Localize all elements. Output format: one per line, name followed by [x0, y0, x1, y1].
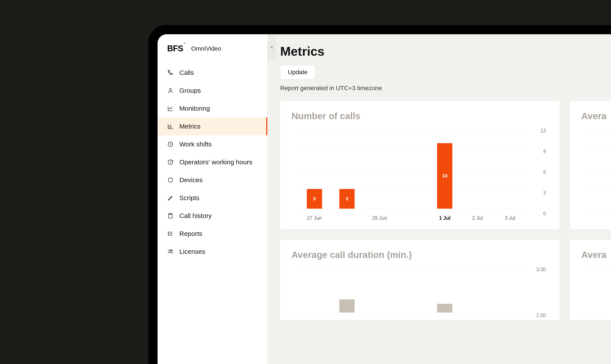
sidebar-item-devices[interactable]: Devices	[157, 171, 267, 189]
phone-icon	[167, 69, 174, 76]
bar[interactable]: 3	[307, 189, 322, 209]
card-average-peek-2: Avera	[570, 240, 611, 320]
sidebar: BFS™ OmniVideo Calls Groups	[157, 34, 268, 364]
brand-app-name: OmniVideo	[191, 45, 221, 52]
sidebar-item-label: Monitoring	[179, 105, 210, 112]
sidebar-item-label: Operators' working hours	[179, 158, 252, 166]
sidebar-item-label: Work shifts	[179, 141, 212, 148]
y-tick: 6	[529, 169, 546, 175]
cards-row-1: Number of calls 12 9 6	[280, 101, 611, 229]
bar-slot	[363, 269, 396, 312]
line-chart-icon	[167, 105, 174, 112]
svg-point-7	[169, 250, 170, 251]
device-frame: BFS™ OmniVideo Calls Groups	[148, 25, 611, 364]
x-label: 2 Jul	[461, 211, 494, 222]
brand-logo: BFS™	[167, 44, 185, 53]
user-icon	[167, 87, 174, 94]
svg-point-5	[168, 234, 169, 234]
card-number-of-calls: Number of calls 12 9 6	[280, 101, 559, 229]
sidebar-item-licenses[interactable]: Licenses	[157, 243, 267, 260]
chart-grid	[588, 130, 611, 209]
page-title: Metrics	[280, 44, 611, 58]
list-icon	[167, 231, 174, 237]
y-tick: 2.00	[529, 312, 546, 318]
brand-block: BFS™ OmniVideo	[157, 34, 267, 60]
bar-slot	[494, 269, 526, 312]
screen: BFS™ OmniVideo Calls Groups	[157, 34, 611, 364]
x-label: 29 Jun	[363, 211, 396, 222]
sidebar-collapse-handle[interactable]: <	[268, 34, 276, 60]
chart-bars	[298, 269, 526, 312]
chart-grid	[588, 269, 611, 312]
card-title: Avera	[581, 111, 611, 121]
y-axis-ticks: 3.00 2.00	[529, 267, 546, 312]
sidebar-item-label: Groups	[179, 87, 201, 94]
device-icon	[167, 177, 174, 183]
sidebar-item-groups[interactable]: Groups	[157, 82, 267, 100]
clock-icon	[167, 141, 174, 147]
sidebar-item-label: Licenses	[179, 248, 205, 255]
sidebar-item-label: Reports	[179, 230, 202, 237]
bar-slot	[461, 269, 494, 312]
bar-chart-peek	[581, 269, 611, 312]
x-label: 3 Jul	[494, 211, 526, 222]
card-title: Number of calls	[292, 111, 548, 121]
y-tick: 3.00	[529, 267, 546, 273]
bar-slot	[396, 269, 428, 312]
main-content: Metrics Update Report generated in UTC+3…	[268, 34, 611, 364]
bar[interactable]: 3	[339, 189, 355, 209]
sidebar-item-calls[interactable]: Calls	[157, 64, 267, 82]
sidebar-item-label: Scripts	[179, 194, 199, 202]
bar-slot: 3	[331, 130, 363, 209]
sidebar-item-label: Metrics	[179, 123, 201, 130]
x-label: 1 Jul	[429, 211, 461, 222]
svg-point-4	[168, 232, 169, 233]
svg-rect-3	[169, 214, 172, 218]
sidebar-item-call-history[interactable]: Call history	[157, 207, 267, 225]
card-title: Avera	[581, 250, 611, 260]
card-title: Average call duration (min.)	[292, 250, 548, 260]
bar-slot	[461, 130, 494, 209]
sidebar-item-metrics[interactable]: Metrics	[157, 117, 267, 135]
cards-row-2: Average call duration (min.) 3.00 2.00	[280, 240, 611, 320]
bar-chart-calls: 12 9 6 3 0 3 3 10	[292, 130, 548, 222]
users-icon	[167, 248, 174, 255]
bar-chart-icon	[167, 123, 174, 130]
sidebar-item-operators-hours[interactable]: Operators' working hours	[157, 153, 267, 171]
sidebar-nav: Calls Groups Monitoring	[157, 60, 267, 260]
update-button[interactable]: Update	[280, 65, 315, 79]
sidebar-item-label: Devices	[179, 176, 203, 184]
bar-slot	[396, 130, 428, 209]
file-icon	[167, 213, 174, 219]
sidebar-item-label: Call history	[179, 212, 212, 220]
sidebar-item-reports[interactable]: Reports	[157, 225, 267, 243]
sidebar-item-scripts[interactable]: Scripts	[157, 189, 267, 207]
chart-bars: 3 3 10	[298, 130, 526, 209]
sidebar-item-monitoring[interactable]: Monitoring	[157, 100, 267, 117]
bar[interactable]: 10	[437, 143, 452, 209]
clock-arrow-icon	[167, 159, 174, 165]
bar[interactable]	[437, 304, 452, 312]
pen-icon	[167, 195, 174, 201]
chevron-left-icon: <	[271, 44, 273, 50]
y-tick: 12	[529, 128, 546, 134]
sidebar-item-label: Calls	[179, 69, 194, 76]
svg-point-0	[169, 89, 171, 91]
bar-slot: 3	[298, 130, 331, 209]
bar-slot	[494, 130, 526, 209]
bar-slot	[298, 269, 331, 312]
bar-slot	[363, 130, 396, 209]
svg-point-6	[168, 235, 169, 236]
bar-slot: 10	[429, 130, 461, 209]
bar[interactable]	[339, 299, 355, 312]
bar-slot	[331, 269, 363, 312]
sidebar-item-work-shifts[interactable]: Work shifts	[157, 135, 267, 153]
y-tick: 9	[529, 149, 546, 155]
svg-point-8	[171, 250, 172, 251]
bar-chart-duration: 3.00 2.00	[292, 269, 548, 312]
x-label: 27 Jun	[298, 211, 331, 222]
card-average-peek-1: Avera	[570, 101, 611, 229]
bar-chart-peek	[581, 130, 611, 222]
y-axis-ticks: 12 9 6 3 0	[529, 128, 546, 211]
y-tick: 0	[529, 211, 546, 217]
